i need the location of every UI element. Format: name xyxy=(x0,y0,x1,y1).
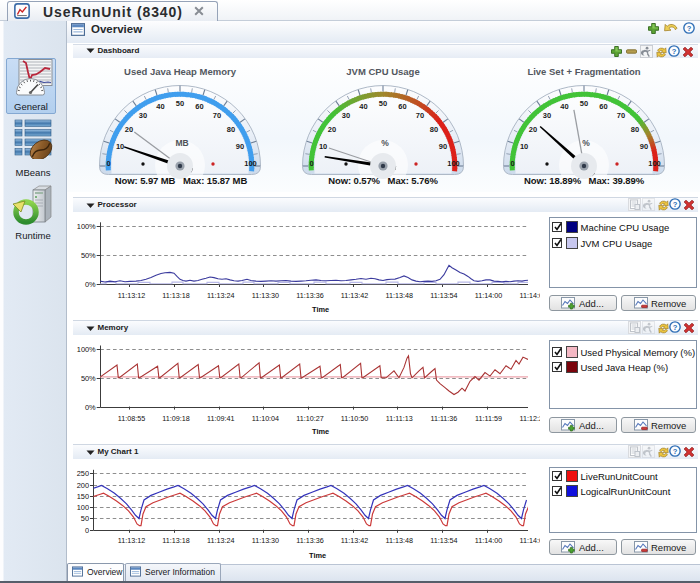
svg-text:11:12:22: 11:12:22 xyxy=(519,414,540,423)
svg-text:11:13:54: 11:13:54 xyxy=(430,291,457,300)
svg-text:90: 90 xyxy=(640,142,648,151)
svg-text:20: 20 xyxy=(529,125,537,134)
svg-text:%: % xyxy=(582,138,590,148)
svg-text:60: 60 xyxy=(599,102,607,111)
svg-text:11:13:54: 11:13:54 xyxy=(430,536,457,545)
svg-text:11:13:30: 11:13:30 xyxy=(252,291,279,300)
svg-text:60: 60 xyxy=(195,102,203,111)
svg-text:11:13:12: 11:13:12 xyxy=(118,291,145,300)
svg-text:?: ? xyxy=(687,24,692,33)
svg-text:80: 80 xyxy=(227,125,235,134)
svg-text:11:13:48: 11:13:48 xyxy=(386,536,413,545)
svg-text:50: 50 xyxy=(176,99,184,108)
svg-text:MB: MB xyxy=(175,138,188,148)
svg-text:100: 100 xyxy=(447,159,460,168)
svg-text:11:13:30: 11:13:30 xyxy=(252,536,279,545)
svg-text:100%: 100% xyxy=(77,222,96,231)
svg-text:0%: 0% xyxy=(85,280,96,289)
svg-text:11:10:50: 11:10:50 xyxy=(341,414,368,423)
svg-text:11:10:27: 11:10:27 xyxy=(296,414,323,423)
svg-text:11:13:18: 11:13:18 xyxy=(162,291,189,300)
svg-text:90: 90 xyxy=(236,142,244,151)
svg-text:0: 0 xyxy=(309,159,313,168)
svg-text:11:11:59: 11:11:59 xyxy=(475,414,502,423)
svg-text:11:14:06: 11:14:06 xyxy=(519,536,540,545)
svg-text:80: 80 xyxy=(430,125,438,134)
svg-text:30: 30 xyxy=(139,111,147,120)
svg-text:11:09:18: 11:09:18 xyxy=(162,414,189,423)
svg-text:11:14:00: 11:14:00 xyxy=(475,536,502,545)
svg-text:100: 100 xyxy=(77,503,89,512)
svg-text:30: 30 xyxy=(543,111,551,120)
svg-text:10: 10 xyxy=(319,142,327,151)
svg-text:250: 250 xyxy=(77,469,89,478)
svg-text:30: 30 xyxy=(342,111,350,120)
svg-text:?: ? xyxy=(672,47,677,56)
svg-text:11:13:36: 11:13:36 xyxy=(296,536,323,545)
svg-text:40: 40 xyxy=(156,102,164,111)
svg-text:70: 70 xyxy=(416,111,424,120)
svg-text:100%: 100% xyxy=(77,345,96,354)
svg-text:50%: 50% xyxy=(81,251,96,260)
svg-text:100: 100 xyxy=(244,159,257,168)
svg-text:11:13:48: 11:13:48 xyxy=(386,291,413,300)
svg-text:20: 20 xyxy=(328,125,336,134)
svg-text:10: 10 xyxy=(520,142,528,151)
svg-text:?: ? xyxy=(673,446,678,455)
svg-text:0: 0 xyxy=(510,159,514,168)
svg-text:50: 50 xyxy=(580,99,588,108)
svg-text:11:13:18: 11:13:18 xyxy=(162,536,189,545)
svg-text:11:13:42: 11:13:42 xyxy=(341,291,368,300)
svg-text:11:13:12: 11:13:12 xyxy=(118,536,145,545)
svg-text:11:09:41: 11:09:41 xyxy=(207,414,234,423)
svg-text:11:14:00: 11:14:00 xyxy=(475,291,502,300)
svg-text:50: 50 xyxy=(81,514,89,523)
svg-text:100: 100 xyxy=(648,159,661,168)
svg-text:70: 70 xyxy=(213,111,221,120)
svg-text:50%: 50% xyxy=(81,374,96,383)
svg-text:11:14:06: 11:14:06 xyxy=(519,291,540,300)
svg-text:11:13:42: 11:13:42 xyxy=(341,536,368,545)
svg-text:150: 150 xyxy=(77,492,89,501)
svg-text:90: 90 xyxy=(439,142,447,151)
svg-text:0%: 0% xyxy=(85,403,96,412)
svg-text:11:08:55: 11:08:55 xyxy=(118,414,145,423)
svg-text:70: 70 xyxy=(617,111,625,120)
svg-text:?: ? xyxy=(673,199,678,208)
svg-text:60: 60 xyxy=(398,102,406,111)
svg-text:50: 50 xyxy=(379,99,387,108)
svg-text:200: 200 xyxy=(77,481,89,490)
svg-text:0: 0 xyxy=(106,159,110,168)
svg-text:11:10:04: 11:10:04 xyxy=(252,414,279,423)
svg-text:40: 40 xyxy=(359,102,367,111)
svg-text:11:13:24: 11:13:24 xyxy=(207,536,234,545)
svg-text:0: 0 xyxy=(85,526,89,535)
svg-text:10: 10 xyxy=(116,142,124,151)
svg-text:20: 20 xyxy=(125,125,133,134)
svg-text:40: 40 xyxy=(560,102,568,111)
svg-text:11:13:36: 11:13:36 xyxy=(296,291,323,300)
svg-text:11:11:36: 11:11:36 xyxy=(430,414,457,423)
svg-text:80: 80 xyxy=(631,125,639,134)
svg-text:11:13:24: 11:13:24 xyxy=(207,291,234,300)
svg-text:?: ? xyxy=(673,322,678,331)
svg-text:%: % xyxy=(381,138,389,148)
svg-text:11:11:13: 11:11:13 xyxy=(386,414,413,423)
